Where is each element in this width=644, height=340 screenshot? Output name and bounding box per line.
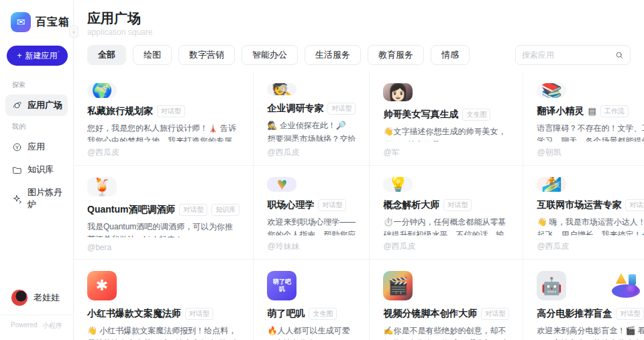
treasure-box-logo-icon: ✉ bbox=[11, 12, 31, 32]
envelope-icon: ✉ bbox=[17, 16, 25, 28]
app-icon: 🎬 bbox=[383, 271, 413, 300]
sidebar-collapse-button[interactable]: ‹ bbox=[69, 25, 78, 38]
app-icon: 🤖 bbox=[537, 271, 566, 300]
type-badge: 对话型 bbox=[625, 199, 644, 211]
type-badge: 对话型 bbox=[616, 308, 644, 320]
main-content: 应用广场 application square 全部 绘图 数字营销 智能办公 … bbox=[74, 0, 644, 340]
app-description: 欢迎来到职场心理学——您的个人指南，帮助您应对现代职场的复杂性！ bbox=[267, 216, 356, 235]
tab-drawing[interactable]: 绘图 bbox=[133, 45, 172, 65]
sidebar-item-label: 图片炼丹炉 bbox=[28, 186, 68, 211]
app-description: 👋文字描述你想生成的帅哥美女，剩下的就交给我 bbox=[383, 125, 509, 141]
tab-emotion[interactable]: 情感 bbox=[431, 45, 470, 65]
app-icon: ♥ bbox=[267, 177, 297, 192]
sidebar-item-knowledge-base[interactable]: 知识库 bbox=[5, 159, 68, 180]
tab-life-services[interactable]: 生活服务 bbox=[305, 45, 361, 65]
app-description: 语言障碍？不存在的！文学、工作、学习、聊天，各个场景都能提供支持！ bbox=[537, 122, 644, 141]
app-author: @西瓜皮 bbox=[383, 235, 509, 252]
brand-name: 百宝箱 bbox=[36, 15, 70, 30]
sidebar-item-app-square[interactable]: 应用广场 bbox=[5, 95, 68, 116]
app-card-company-research[interactable]: 🕵️ 企业调研专家对话型 🕵️ 企业侦探在此！🔎 想要洞悉市场脉络？交给我，帮你… bbox=[254, 72, 370, 166]
app-title: Quantum酒吧调酒师 bbox=[87, 204, 175, 216]
app-description: 您好，我是您的私人旅行设计师！🗼 告诉我您心中的梦想之地，我来打造您的专属环球冒… bbox=[87, 122, 239, 141]
assistant-3d-widget[interactable] bbox=[610, 268, 641, 300]
app-card-xiaohongshu-copywriter[interactable]: ✱ 小红书爆款文案魔法师对话型 👋 小红书爆款文案魔法师报到！给点料，我就能让文… bbox=[74, 260, 254, 340]
app-icon: 🍹 bbox=[87, 177, 117, 196]
app-window: ✉ 百宝箱 + 新建应用 探索 应用广场 我的 应用 知识库 bbox=[0, 0, 644, 340]
new-app-label: 新建应用 bbox=[25, 50, 58, 62]
app-card-cute-avatar[interactable]: 萌了吧叽 萌了吧叽文生图 🔥人人都可以生成可爱的表情包头像 @玲妹妹 bbox=[254, 260, 370, 340]
robot-icon: 🤖 bbox=[541, 276, 562, 296]
sidebar-item-label: 知识库 bbox=[28, 164, 54, 176]
planet-icon bbox=[12, 101, 22, 111]
app-description: 🔥人人都可以生成可爱的表情包头像 bbox=[267, 325, 356, 340]
tab-smart-office[interactable]: 智能办公 bbox=[241, 45, 298, 65]
app-title: 视频分镜脚本创作大师 bbox=[383, 308, 477, 320]
type-badge: 对话型 bbox=[327, 103, 356, 115]
widget-ball-shape bbox=[626, 284, 638, 294]
filter-toolbar: 全部 绘图 数字营销 智能办公 生活服务 教育服务 情感 bbox=[87, 45, 631, 65]
mini-program-link[interactable]: 小程序 bbox=[42, 321, 62, 331]
app-title: 概念解析大师 bbox=[383, 199, 439, 211]
app-description: 我是Quantum酒吧的调酒师，可以为你推荐酒单和做法，high起来！ bbox=[87, 221, 239, 237]
cocktail-icon: 🍹 bbox=[91, 177, 112, 196]
surfer-icon: 🏄 bbox=[541, 177, 562, 192]
app-card-marketing-expert[interactable]: 🏄 互联网市场运营专家对话型 👋 嗨，我是市场运营小达人！ 品牌起飞，用户增长，… bbox=[523, 166, 644, 260]
app-author: @西瓜皮 bbox=[87, 141, 239, 158]
books-icon: 📚 bbox=[541, 83, 562, 98]
app-card-travel-planner[interactable]: 🌍 私藏旅行规划家对话型 您好，我是您的私人旅行设计师！🗼 告诉我您心中的梦想之… bbox=[74, 72, 254, 166]
portrait-photo-icon: 👩🏻 bbox=[388, 83, 409, 101]
sidebar-item-label: 应用 bbox=[28, 141, 45, 153]
section-label-explore: 探索 bbox=[0, 75, 73, 94]
app-icon: 🕵️ bbox=[267, 83, 297, 95]
clapperboard-icon: 🎬 bbox=[388, 276, 409, 296]
app-title: 帅哥美女写真生成 bbox=[383, 109, 458, 121]
app-icon: 🏄 bbox=[537, 177, 566, 192]
widget-cube-shape bbox=[629, 274, 636, 285]
app-author: @bera bbox=[87, 237, 239, 252]
search-input[interactable] bbox=[522, 50, 611, 60]
brand-logo: ✉ 百宝箱 bbox=[0, 12, 73, 32]
app-title: 职场心理学 bbox=[267, 199, 314, 211]
knowledge-badge: 知识库 bbox=[211, 204, 239, 216]
search-box[interactable] bbox=[515, 45, 631, 65]
sidebar: ✉ 百宝箱 + 新建应用 探索 应用广场 我的 应用 知识库 bbox=[0, 0, 74, 340]
tab-all[interactable]: 全部 bbox=[87, 45, 126, 65]
app-description: 👋 嗨，我是市场运营小达人！ 品牌起飞，用户增长，我来搞定！🛫 准备好一起点燃市… bbox=[537, 216, 644, 235]
type-badge: 对话型 bbox=[481, 308, 509, 320]
app-card-portrait-generator[interactable]: 👩🏻 帅哥美女写真生成文生图 👋文字描述你想生成的帅哥美女，剩下的就交给我 @军 bbox=[370, 72, 523, 166]
type-badge: 文生图 bbox=[462, 109, 490, 121]
tab-digital-marketing[interactable]: 数字营销 bbox=[178, 45, 235, 65]
detective-icon: 🕵️ bbox=[272, 83, 292, 95]
app-card-storyboard-master[interactable]: 🎬 视频分镜脚本创作大师对话型 ✍️你是不是有些绝妙的创意，却不知道怎么分镜?别… bbox=[370, 260, 523, 340]
type-badge: 文生图 bbox=[309, 308, 337, 320]
type-badge: 对话型 bbox=[179, 204, 207, 216]
app-author: @西瓜皮 bbox=[267, 141, 356, 158]
app-card-translator-elf[interactable]: 📚 翻译小精灵▤工作流 语言障碍？不存在的！文学、工作、学习、聊天，各个场景都能… bbox=[523, 72, 644, 166]
app-author: @西瓜皮 bbox=[537, 235, 644, 252]
sidebar-item-image-furnace[interactable]: 图片炼丹炉 bbox=[5, 182, 68, 215]
sidebar-footer: Powered 小程序 bbox=[0, 315, 73, 340]
app-icon: 📚 bbox=[537, 83, 566, 98]
magic-wand-icon: ✱ bbox=[96, 277, 108, 294]
tab-education[interactable]: 教育服务 bbox=[368, 45, 424, 65]
sparkle-icon bbox=[12, 194, 22, 204]
app-title: 高分电影推荐盲盒 bbox=[537, 308, 612, 320]
app-card-workplace-psychology[interactable]: ♥ 职场心理学对话型 欢迎来到职场心理学——您的个人指南，帮助您应对现代职场的复… bbox=[254, 166, 370, 260]
app-icon: 👩🏻 bbox=[383, 83, 413, 101]
sidebar-item-label: 应用广场 bbox=[28, 99, 62, 111]
app-card-grid: 🌍 私藏旅行规划家对话型 您好，我是您的私人旅行设计师！🗼 告诉我您心中的梦想之… bbox=[74, 72, 644, 340]
chevron-left-icon: ‹ bbox=[72, 28, 74, 36]
widget-star-shape bbox=[616, 273, 627, 284]
app-card-concept-master[interactable]: 💡 概念解析大师对话型 ⏱️一分钟内，任何概念都能从零基础提升到初级水平，不信的… bbox=[370, 166, 523, 260]
section-label-mine: 我的 bbox=[0, 117, 73, 135]
app-title: 私藏旅行规划家 bbox=[87, 105, 153, 117]
new-app-button[interactable]: + 新建应用 bbox=[7, 46, 68, 66]
sidebar-item-apps[interactable]: 应用 bbox=[5, 136, 68, 158]
app-card-quantum-bartender[interactable]: 🍹 Quantum酒吧调酒师对话型知识库 我是Quantum酒吧的调酒师，可以为… bbox=[74, 166, 254, 260]
app-description: 🕵️ 企业侦探在此！🔎 想要洞悉市场脉络？交给我，帮你快速把脉企业状况。📊 bbox=[267, 119, 356, 141]
app-description: ✍️你是不是有些绝妙的创意，却不知道怎么分镜?别担心，我专门干这个的🎯 bbox=[383, 325, 509, 340]
user-profile[interactable]: 老娃娃 bbox=[0, 282, 73, 315]
page-header: 应用广场 application square 全部 绘图 数字营销 智能办公 … bbox=[74, 0, 644, 72]
lightbulb-icon: 💡 bbox=[388, 177, 409, 192]
app-author: @朝凯 bbox=[537, 141, 644, 158]
